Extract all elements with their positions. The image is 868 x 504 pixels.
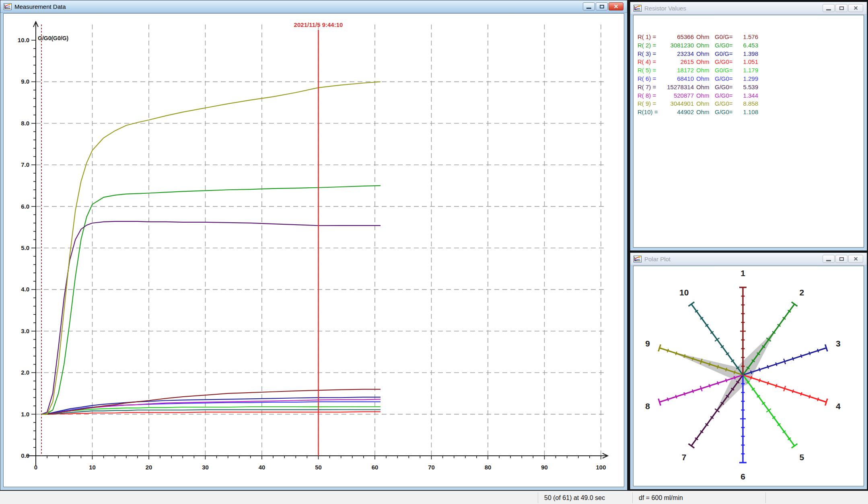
r-unit: Ohm	[696, 92, 712, 100]
r-unit: Ohm	[696, 100, 712, 108]
radar-value-polygon	[669, 329, 776, 414]
r-ratio-label: G0/G=	[715, 50, 737, 58]
maximize-icon	[839, 257, 844, 261]
status-measurement-progress: 50 (of 61) at 49.0 sec	[544, 491, 605, 504]
axis-ticks	[31, 40, 601, 459]
r-label: R( 3) =	[638, 50, 662, 58]
maximize-button[interactable]	[835, 4, 847, 12]
resistor-values-area: R( 1) =65366OhmG0/G=1.576R( 2) =3081230O…	[633, 15, 864, 248]
resistor-row: R( 7) =15278314OhmG/G0=5.539	[638, 83, 758, 92]
resistor-titlebar[interactable]: Resistor Values ✕	[630, 2, 867, 14]
r-value: 18172	[662, 66, 694, 75]
svg-text:40: 40	[259, 464, 265, 471]
minimize-button[interactable]	[583, 2, 595, 10]
y-axis-title: G/G0(G0/G)	[38, 35, 68, 41]
minimize-button[interactable]	[823, 255, 835, 263]
svg-text:4.0: 4.0	[21, 286, 29, 293]
polar-chart: 12345678910	[634, 266, 864, 486]
polar-axis-label-7: 7	[682, 453, 687, 462]
measurement-titlebar[interactable]: Measurement Data ✕	[0, 0, 627, 13]
close-button[interactable]: ✕	[609, 2, 623, 10]
resistor-row: R( 1) =65366OhmG0/G=1.576	[638, 33, 758, 41]
polar-titlebar[interactable]: Polar Plot ✕	[630, 253, 867, 265]
r-ratio-label: G/G0=	[715, 92, 737, 100]
status-separator	[765, 492, 766, 503]
r-value: 44902	[662, 108, 694, 117]
polar-axis-label-10: 10	[679, 288, 689, 297]
r-label: R( 8) =	[638, 92, 662, 100]
r-ratio-label: G/G0=	[715, 100, 737, 108]
r-value: 520877	[662, 92, 694, 100]
resistor-row: R( 2) =3081230OhmG/G0=6.453	[638, 41, 758, 50]
svg-text:8.0: 8.0	[21, 120, 29, 127]
r-unit: Ohm	[696, 83, 712, 92]
r-label: R( 1) =	[638, 33, 662, 41]
measurement-chart-area: 0.01.02.03.04.05.06.07.08.09.010.0010203…	[3, 13, 624, 487]
r-unit: Ohm	[696, 108, 712, 117]
r-label: R( 7) =	[638, 83, 662, 92]
resistor-row: R( 9) =3044901OhmG/G0=8.858	[638, 100, 758, 108]
close-icon: ✕	[854, 256, 858, 262]
chart-window-icon	[634, 5, 642, 12]
maximize-icon	[839, 6, 844, 10]
r-ratio-label: G0/G=	[715, 66, 737, 75]
r-unit: Ohm	[696, 75, 712, 83]
minimize-button[interactable]	[823, 4, 835, 12]
svg-text:0: 0	[34, 464, 37, 471]
status-separator	[538, 492, 538, 503]
svg-text:10.0: 10.0	[18, 37, 29, 43]
r-ratio: 1.299	[737, 75, 758, 83]
polar-axis-7	[689, 375, 743, 448]
r-value: 3081230	[662, 41, 694, 50]
svg-text:1.0: 1.0	[21, 411, 29, 418]
maximize-button[interactable]	[596, 2, 608, 10]
svg-text:80: 80	[485, 464, 492, 471]
close-icon: ✕	[854, 5, 858, 11]
status-flow-rate: df = 600 ml/min	[639, 491, 683, 504]
r-label: R(10) =	[638, 108, 662, 117]
maximize-icon	[600, 5, 604, 8]
r-ratio: 1.398	[737, 50, 758, 58]
svg-text:20: 20	[146, 464, 152, 471]
resistor-values-list: R( 1) =65366OhmG0/G=1.576R( 2) =3081230O…	[638, 33, 758, 117]
svg-text:2.0: 2.0	[21, 369, 29, 376]
polar-axis-label-8: 8	[645, 402, 650, 411]
r-ratio-label: G/G0=	[715, 58, 737, 66]
r-ratio: 8.858	[737, 100, 758, 108]
svg-text:90: 90	[541, 464, 548, 471]
resistor-values-window: Resistor Values ✕ R( 1) =65366OhmG0/G=1.…	[630, 2, 867, 251]
svg-text:70: 70	[428, 464, 435, 471]
close-button[interactable]: ✕	[848, 255, 863, 263]
polar-axis-label-6: 6	[740, 472, 745, 481]
svg-text:0.0: 0.0	[21, 452, 29, 459]
measurement-data-window: Measurement Data ✕ 0.01.02.03.04.05.06.0…	[0, 0, 627, 490]
polar-axis-label-3: 3	[836, 339, 841, 348]
r-label: R( 9) =	[638, 100, 662, 108]
r-ratio-label: G/G0=	[715, 83, 737, 92]
r-ratio-label: G/G0=	[715, 108, 737, 117]
minimize-icon	[826, 260, 831, 261]
resistor-row: R( 5) =18172OhmG0/G=1.179	[638, 66, 758, 75]
r-unit: Ohm	[696, 58, 712, 66]
close-button[interactable]: ✕	[848, 4, 863, 12]
svg-text:3.0: 3.0	[21, 328, 29, 334]
polar-plot-area: 12345678910	[633, 266, 864, 486]
r-unit: Ohm	[696, 41, 712, 50]
resistor-row: R( 8) =520877OhmG/G0=1.344	[638, 92, 758, 100]
polar-window-title: Polar Plot	[644, 256, 671, 262]
svg-text:6.0: 6.0	[21, 203, 29, 210]
svg-text:10: 10	[89, 464, 96, 471]
minimize-icon	[826, 9, 831, 10]
r-ratio: 6.453	[737, 41, 758, 50]
r-ratio-label: G/G0=	[715, 41, 737, 50]
r-ratio: 1.108	[737, 108, 758, 117]
resistor-row: R(10) =44902OhmG/G0=1.108	[638, 108, 758, 117]
desktop: { "windows": { "measurement": { "title":…	[0, 0, 868, 504]
resistor-row: R( 6) =68410OhmG/G0=1.299	[638, 75, 758, 83]
r-ratio-label: G/G0=	[715, 75, 737, 83]
resistor-row: R( 3) =23234OhmG0/G=1.398	[638, 50, 758, 58]
r-value: 3044901	[662, 100, 694, 108]
chart-window-icon	[4, 3, 12, 10]
r-label: R( 6) =	[638, 75, 662, 83]
maximize-button[interactable]	[835, 255, 847, 263]
